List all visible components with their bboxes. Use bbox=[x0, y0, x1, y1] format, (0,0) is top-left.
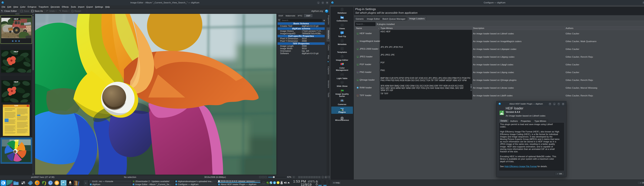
svg-text:HEIF: HEIF bbox=[14, 140, 18, 142]
svg-text:HEIF: HEIF bbox=[14, 81, 18, 83]
svg-text:HEIF: HEIF bbox=[14, 18, 19, 20]
svg-text:TIFF: TIFF bbox=[14, 105, 18, 107]
svg-text:HEIF: HEIF bbox=[14, 50, 18, 53]
